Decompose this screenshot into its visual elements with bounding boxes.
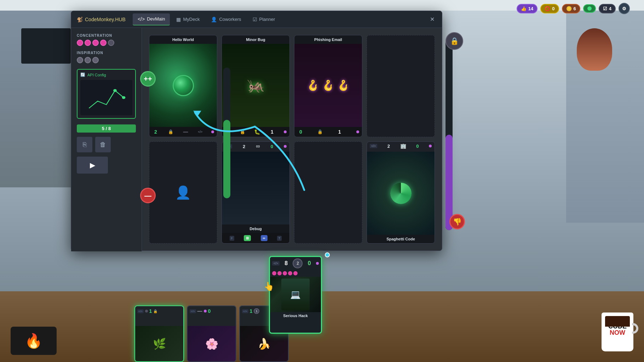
insp-pip-2 <box>85 57 91 63</box>
plus-button[interactable]: ++ <box>140 71 156 87</box>
left-panel: CONCENTRATION INSPIRATION 🔄 API Config <box>71 28 142 251</box>
close-button[interactable]: ✕ <box>428 15 436 24</box>
hacker-icon: 💻 <box>281 279 310 310</box>
settings-button[interactable]: ⚙ <box>619 3 630 14</box>
deck-icon: ▦ <box>176 17 181 22</box>
card-spaghetti-code[interactable]: </> 2 🏢 0 Spaghetti Code <box>367 141 435 244</box>
sh-pip-5 <box>293 271 298 275</box>
sh-purple-dot <box>316 262 319 265</box>
quests-count: 0 <box>552 6 554 11</box>
hook-icon-2: 🪝 <box>322 80 334 91</box>
code-icon: </> <box>138 16 145 22</box>
likes-button[interactable]: 👍 14 <box>517 4 537 13</box>
quests-button[interactable]: ⭕ 0 <box>540 4 559 13</box>
card-debug-slot[interactable]: </> 2 ∞ 0 Debug F ⊞ ∞ T <box>222 141 290 244</box>
play-button[interactable]: ▶ <box>77 157 108 174</box>
card-empty-person: 👤 <box>149 141 217 244</box>
debug-image <box>222 152 289 224</box>
delete-button[interactable]: 🗑 <box>95 137 111 152</box>
quest-icon: ⭕ <box>545 6 550 11</box>
pip-5 <box>108 40 114 46</box>
insp-pip-1 <box>77 57 83 63</box>
debug-purple-dot <box>284 145 287 148</box>
tab-coworkers-label: Coworkers <box>219 17 241 22</box>
coffee-mug: CODE NOW <box>602 313 633 351</box>
hand-card-1[interactable]: </> 1 🔒 🌿 <box>134 305 184 362</box>
pip-2 <box>85 40 91 46</box>
tab-coworkers[interactable]: 👤 Coworkers <box>206 14 246 25</box>
hw-val2: — <box>182 129 189 135</box>
serious-hack-card[interactable]: </> 8 2 0 💻 Serious Hack <box>269 256 322 334</box>
hc3-content-icon: 🍌 <box>258 338 271 350</box>
monkey-icon: 🐒 <box>77 17 83 22</box>
pe-purple-dot <box>356 130 359 133</box>
hc1-lock-icon: 🔒 <box>153 309 157 313</box>
pe-val1: 0 <box>297 129 304 135</box>
card-phishing-email[interactable]: Phishing Email 🪝 🪝 🪝 0 🔒 1 <box>294 35 362 137</box>
tab-mydeck-label: MyDeck <box>183 17 200 22</box>
sh-top-bar: </> 8 2 0 <box>270 257 321 270</box>
right-slider[interactable] <box>445 39 453 230</box>
hand-card-2[interactable]: </> — 0 🌸 <box>187 305 236 362</box>
vertical-slider[interactable] <box>223 68 230 198</box>
window-title: 🐒 CodeMonkey.HUB <box>77 17 126 22</box>
inspiration-label: INSPIRATION <box>77 51 136 55</box>
pip-4 <box>100 40 107 46</box>
status-circle-icon <box>587 6 592 11</box>
status-button[interactable] <box>583 4 596 13</box>
card-empty-1 <box>367 35 435 137</box>
pe-val2: 1 <box>336 129 343 135</box>
tab-planner[interactable]: ☑ Planner <box>248 14 280 25</box>
api-config-card: 🔄 API Config <box>77 69 136 119</box>
spaghetti-val2: 0 <box>416 144 419 149</box>
card-minor-bug-footer: 0 🔒 🐛 1 <box>222 127 289 137</box>
hc2-top: </> — 0 <box>190 308 211 314</box>
planner-icon: ☑ <box>253 17 257 22</box>
sh-pip-2 <box>277 271 282 275</box>
mug-coffee-liquid <box>605 316 630 327</box>
hc2-dot <box>204 310 207 313</box>
card-hello-world[interactable]: Hello World 2 🔒 — </> <box>149 35 217 137</box>
tasks-button[interactable]: ☑ 4 <box>599 4 616 13</box>
sh-image: 💻 <box>270 277 321 312</box>
hw-lock-icon: 🔒 <box>168 129 173 134</box>
hc2-image: 🌸 <box>188 326 236 361</box>
mug-text-now: NOW <box>610 329 625 336</box>
hc3-val: 1 <box>250 308 253 314</box>
minus-button[interactable]: — <box>140 188 156 203</box>
debug-blue-btn[interactable]: ∞ <box>261 235 268 241</box>
card-minor-bug[interactable]: Minor Bug 🦗 0 🔒 🐛 1 <box>222 35 290 137</box>
debug-green-btn[interactable]: ⊞ <box>244 235 251 241</box>
debug-f-tag: F <box>230 236 235 241</box>
main-window: 🐒 CodeMonkey.HUB </> DevMain ▦ MyDeck 👤 … <box>71 11 442 251</box>
sh-card-name: Serious Hack <box>270 312 321 319</box>
hc2-val2: 0 <box>208 308 211 314</box>
hc3-circle: 1 <box>254 308 259 314</box>
spaghetti-top-bar: </> 2 🏢 0 <box>367 142 435 150</box>
title-bar: 🐒 CodeMonkey.HUB </> DevMain ▦ MyDeck 👤 … <box>71 11 442 28</box>
dislike-button[interactable]: 👎 <box>449 214 465 229</box>
sh-circle: 2 <box>293 258 303 268</box>
tab-mydeck[interactable]: ▦ MyDeck <box>171 14 205 25</box>
hc2-code-tag: </> <box>190 309 196 313</box>
inspiration-pips <box>77 57 136 63</box>
hook-icon-3: 🪝 <box>337 80 350 91</box>
lock-button[interactable]: 🔒 <box>445 32 463 50</box>
sh-val2: 2 <box>297 261 299 266</box>
tab-devmain[interactable]: </> DevMain <box>133 13 170 25</box>
copy-button[interactable]: ⎘ <box>77 137 92 152</box>
card-phishing-footer: 0 🔒 1 <box>294 127 362 137</box>
sh-val3: 0 <box>308 260 311 267</box>
hand-cards: </> 1 🔒 🌿 </> — 0 🌸 </> 1 1 🍌 <box>134 298 573 362</box>
hc1-content-icon: 🌿 <box>153 338 166 350</box>
spaghetti-val1: 2 <box>387 144 390 149</box>
app-title: CodeMonkey.HUB <box>85 17 126 22</box>
hc1-code-tag: </> <box>137 309 144 313</box>
connection-dot <box>325 252 330 257</box>
spaghetti-card-name: Spaghetti Code <box>367 235 435 243</box>
api-graph <box>80 80 132 115</box>
mb-lock-icon: 🔒 <box>240 129 245 134</box>
main-content: Hello World 2 🔒 — </> Minor Bug 🦗 0 🔒 🐛 <box>142 28 442 251</box>
icon-buttons: ⎘ 🗑 <box>77 137 136 152</box>
coins-button[interactable]: 🪙 6 <box>562 4 580 13</box>
